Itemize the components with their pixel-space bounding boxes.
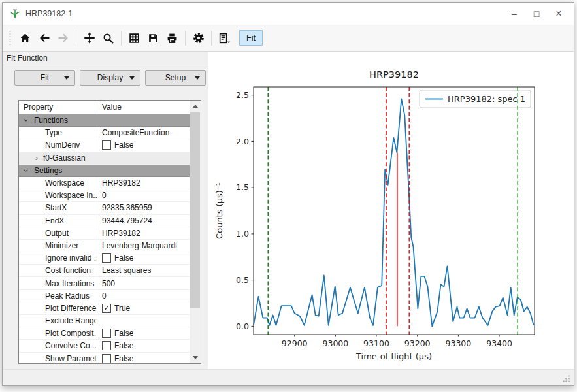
grid-icon[interactable] xyxy=(125,29,144,48)
legend-label: HRP39182: spec 1 xyxy=(448,94,525,104)
property-name: Workspace xyxy=(19,177,97,189)
property-row-EndX[interactable]: EndX93444.795724 xyxy=(19,215,190,227)
property-value[interactable]: CompositeFunction xyxy=(97,128,169,137)
zoom-icon[interactable] xyxy=(99,29,118,48)
svg-text:93200: 93200 xyxy=(404,338,431,348)
plot-toolbar: Fit xyxy=(3,25,574,52)
property-value[interactable]: Levenberg-Marquardt xyxy=(97,241,177,250)
checkbox-label: False xyxy=(114,253,133,263)
property-row-Peak-Radius[interactable]: Peak Radius0 xyxy=(19,290,190,302)
axes-frame xyxy=(254,87,535,335)
svg-text:93000: 93000 xyxy=(323,338,349,348)
fit-toggle-button[interactable]: Fit xyxy=(239,30,263,46)
checkbox-unchecked[interactable] xyxy=(102,253,111,263)
chevron-down-icon[interactable]: › xyxy=(23,167,29,174)
setup-menu-button[interactable]: Setup xyxy=(145,70,206,86)
back-icon[interactable] xyxy=(35,29,54,48)
property-value[interactable]: HRP39182 xyxy=(97,178,140,188)
property-row-Max-Iterations[interactable]: Max Iterations500 xyxy=(19,277,190,289)
title-bar[interactable]: HRP39182-1 – □ × xyxy=(3,3,574,25)
plot-legend[interactable]: HRP39182: spec 1 xyxy=(420,90,531,108)
property-value[interactable]: 500 xyxy=(97,279,115,288)
toolbar-separator xyxy=(211,31,212,46)
close-button[interactable]: × xyxy=(548,3,570,25)
property-name: Plot Composit... xyxy=(19,327,97,339)
property-row-Output[interactable]: OutputHRP39182 xyxy=(19,227,190,240)
section-row-Settings[interactable]: ›Settings xyxy=(19,165,190,177)
fit-function-panel: Fit Display Setup Property Value ›Functi… xyxy=(3,65,208,370)
chevron-right-icon[interactable]: › xyxy=(33,155,40,161)
property-value[interactable]: 0 xyxy=(97,291,107,301)
property-row-Workspace[interactable]: WorkspaceHRP39182 xyxy=(19,177,190,189)
svg-text:93100: 93100 xyxy=(363,338,389,348)
checkbox-unchecked[interactable] xyxy=(102,354,111,363)
fit-preview-plot[interactable]: HRP39182: spec 1929009300093100932009330… xyxy=(208,55,573,369)
property-value[interactable]: HRP39182 xyxy=(97,229,140,238)
y-axis-label: Counts (µs)⁻¹ xyxy=(214,182,224,239)
property-value[interactable]: False xyxy=(97,140,133,150)
property-name: Exclude Range xyxy=(19,315,97,327)
save-icon[interactable] xyxy=(144,29,163,48)
property-row-Show-Paramet-[interactable]: Show Paramet...False xyxy=(19,353,190,364)
checkbox-label: False xyxy=(114,329,133,338)
checkbox-label: False xyxy=(114,341,133,350)
property-value[interactable]: 92835.365959 xyxy=(97,203,152,212)
property-row-Workspace-In-[interactable]: Workspace In...0 xyxy=(19,189,190,202)
fit-menu-button[interactable]: Fit xyxy=(14,70,75,86)
property-value[interactable]: False xyxy=(97,253,133,263)
property-value[interactable]: False xyxy=(97,341,133,350)
property-name: Type xyxy=(19,127,97,139)
property-row-Type[interactable]: TypeCompositeFunction xyxy=(19,127,190,139)
pan-icon[interactable] xyxy=(80,29,99,48)
property-value[interactable]: ✓True xyxy=(97,304,130,313)
chevron-down-icon[interactable]: › xyxy=(23,117,29,123)
property-row-Plot-Composit-[interactable]: Plot Composit...False xyxy=(19,327,190,340)
fit-menu-label: Fit xyxy=(41,73,49,82)
property-row-Exclude-Range[interactable]: Exclude Range xyxy=(19,315,190,327)
property-row-NumDeriv[interactable]: NumDerivFalse xyxy=(19,139,190,152)
checkbox-unchecked[interactable] xyxy=(102,329,111,338)
checkbox-checked[interactable]: ✓ xyxy=(102,304,111,313)
checkbox-unchecked[interactable] xyxy=(102,140,111,150)
property-row-Ignore-invalid-[interactable]: Ignore invalid ...False xyxy=(19,252,190,265)
resize-grip-icon[interactable] xyxy=(562,374,570,383)
plot-area[interactable]: HRP39182: spec 1929009300093100932009330… xyxy=(208,52,574,370)
property-value[interactable]: Least squares xyxy=(97,266,151,275)
svg-text:2.0: 2.0 xyxy=(236,137,249,146)
print-icon[interactable] xyxy=(163,29,182,48)
section-label: f0-Gaussian xyxy=(43,154,86,163)
property-value[interactable]: False xyxy=(97,329,133,338)
data-line-spec1 xyxy=(254,99,534,326)
property-row-Minimizer[interactable]: MinimizerLevenberg-Marquardt xyxy=(19,240,190,252)
header-property: Property xyxy=(19,101,97,114)
toolbar-drag-handle[interactable] xyxy=(8,29,12,46)
property-value[interactable]: False xyxy=(97,354,133,363)
maximize-button[interactable]: □ xyxy=(525,3,548,25)
property-value[interactable]: 93444.795724 xyxy=(97,216,152,225)
section-row-Functions[interactable]: ›Functions xyxy=(19,114,190,127)
header-value: Value xyxy=(97,103,122,112)
mantid-fit-window: HRP39182-1 – □ × xyxy=(2,2,574,386)
property-row-Plot-Difference[interactable]: Plot Difference✓True xyxy=(19,302,190,315)
fit-preview-figure[interactable]: HRP39182: spec 1929009300093100932009330… xyxy=(208,55,573,369)
property-value[interactable]: 0 xyxy=(97,191,107,200)
scroll-up-icon[interactable] xyxy=(190,101,201,112)
generate-script-icon[interactable] xyxy=(215,29,234,48)
property-table: Property Value ›FunctionsTypeCompositeFu… xyxy=(18,100,201,364)
property-row-StartX[interactable]: StartX92835.365959 xyxy=(19,202,190,214)
scroll-down-icon[interactable] xyxy=(190,352,201,363)
table-scrollbar[interactable] xyxy=(190,101,201,363)
status-bar xyxy=(3,369,574,385)
property-row-Convolve-Co-[interactable]: Convolve Co...False xyxy=(19,340,190,352)
home-icon[interactable] xyxy=(16,29,35,48)
minimize-button[interactable]: – xyxy=(503,3,525,25)
scrollbar-thumb[interactable] xyxy=(190,112,200,308)
property-table-body: ›FunctionsTypeCompositeFunctionNumDerivF… xyxy=(19,114,190,364)
property-row-Cost-function[interactable]: Cost functionLeast squares xyxy=(19,265,190,277)
checkbox-unchecked[interactable] xyxy=(102,341,111,350)
property-name: StartX xyxy=(19,202,97,214)
x-axis-label: Time-of-flight (µs) xyxy=(355,351,432,361)
display-menu-button[interactable]: Display xyxy=(80,70,140,86)
settings-icon[interactable] xyxy=(189,29,208,48)
function-row-f0-Gaussian[interactable]: ›f0-Gaussian xyxy=(19,152,190,165)
